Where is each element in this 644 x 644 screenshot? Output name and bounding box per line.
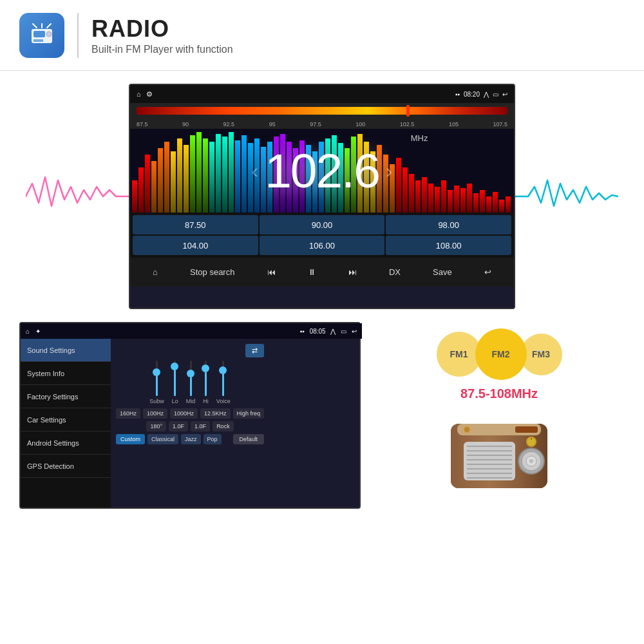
eq-label-voice: Voice	[216, 398, 231, 404]
svg-rect-75	[464, 442, 515, 480]
svg-rect-12	[158, 148, 163, 213]
eq-slider-mid-track[interactable]	[190, 361, 192, 396]
val-btn-10f-1[interactable]: 1.0F	[169, 421, 188, 431]
val-btn-rock[interactable]: Rock	[213, 421, 234, 431]
freq-label-95: 95	[269, 121, 276, 128]
freq-btn-160hz[interactable]: 160Hz	[116, 408, 140, 419]
svg-rect-16	[184, 145, 189, 213]
eq-slider-mid-fill	[190, 377, 192, 396]
svg-rect-65	[499, 200, 504, 213]
save-btn[interactable]: Save	[433, 267, 452, 277]
settings-content-area: ⇄ Subw	[111, 339, 269, 507]
stop-search-btn[interactable]: Stop search	[190, 267, 234, 277]
dx-btn[interactable]: DX	[389, 267, 401, 277]
eq-toggle-btn[interactable]: ⇄	[245, 344, 264, 357]
frequency-bar[interactable]: 87.5 90 92.5 95 97.5 100 102.5 105 107.5	[130, 103, 514, 129]
radio-screen-container: ⌂ ⚙ ▪▪ 08:20 ⋀ ▭ ↩ 87.5 90 92.5	[19, 84, 625, 309]
freq-label-925: 92.5	[223, 121, 235, 128]
sidebar-item-car-settings[interactable]: Car Settings	[21, 408, 111, 431]
page-title: RADIO	[91, 15, 233, 43]
freq-btn-1000hz[interactable]: 1000Hz	[170, 408, 198, 419]
sidebar-item-gps-detection[interactable]: GPS Detection	[21, 455, 111, 478]
home-icon-settings: ⌂	[26, 328, 30, 335]
svg-rect-60	[467, 184, 472, 213]
svg-rect-61	[473, 193, 478, 213]
eq-value-buttons: 180° 1.0F 1.0F Rock	[116, 421, 264, 431]
default-btn[interactable]: Default	[233, 434, 265, 444]
eq-sliders-container: Subw Lo	[116, 361, 264, 404]
home-icon: ⌂	[137, 90, 141, 98]
status-bar-left: ⌂ ⚙	[137, 90, 153, 99]
preset-1[interactable]: 87.50	[133, 215, 258, 234]
eq-slider-mid-thumb[interactable]	[187, 370, 194, 377]
svg-rect-50	[402, 167, 408, 213]
header: RADIO Built-in FM Player with function	[0, 0, 644, 71]
svg-rect-11	[151, 161, 156, 213]
svg-rect-55	[435, 187, 440, 213]
signal-settings: ▪▪	[300, 328, 305, 335]
svg-rect-10	[145, 155, 150, 213]
main-content: ⌂ ⚙ ▪▪ 08:20 ⋀ ▭ ↩ 87.5 90 92.5	[0, 71, 644, 522]
eq-label-hi: Hi	[203, 398, 209, 404]
freq-btn-100hz[interactable]: 100Hz	[143, 408, 167, 419]
preset-6[interactable]: 108.00	[386, 236, 511, 255]
preset-btn-jazz[interactable]: Jazz	[181, 434, 201, 444]
preset-5[interactable]: 106.00	[260, 236, 385, 255]
svg-rect-19	[203, 138, 208, 213]
next-arrow-icon: ›	[386, 159, 393, 183]
pause-btn[interactable]: ⏸	[308, 267, 316, 277]
eq-freq-buttons: 160Hz 100Hz 1000Hz 12.5KHz High freq	[116, 408, 264, 419]
back-settings: ↩	[352, 328, 357, 335]
eq-preset-row: Custom Classical Jazz Pop Default	[116, 434, 264, 444]
val-btn-180[interactable]: 180°	[146, 421, 166, 431]
back-control-btn[interactable]: ↩	[484, 267, 491, 277]
svg-rect-8	[132, 180, 137, 213]
header-text-block: RADIO Built-in FM Player with function	[91, 15, 233, 55]
preset-4[interactable]: 104.00	[133, 236, 258, 255]
preset-btn-custom[interactable]: Custom	[116, 434, 145, 444]
eq-slider-lo-track[interactable]	[174, 361, 176, 396]
sidebar-item-android-settings[interactable]: Android Settings	[21, 431, 111, 455]
settings-sidebar: Sound Settings System Info Factory Setti…	[21, 339, 111, 507]
eq-slider-hi-thumb[interactable]	[202, 365, 209, 372]
sidebar-item-system-info[interactable]: System Info	[21, 362, 111, 385]
minimize-icon: ▭	[493, 91, 498, 98]
preset-btn-pop[interactable]: Pop	[204, 434, 222, 444]
eq-slider-voice-thumb[interactable]	[219, 366, 227, 374]
next-btn[interactable]: ⏭	[348, 267, 357, 277]
svg-rect-56	[441, 180, 446, 213]
svg-rect-17	[190, 135, 195, 213]
freq-label-100: 100	[355, 121, 365, 128]
back-icon: ↩	[502, 91, 507, 98]
sidebar-item-sound-settings[interactable]: Sound Settings	[21, 339, 111, 362]
svg-point-5	[46, 32, 52, 37]
eq-slider-hi-track[interactable]	[205, 361, 207, 396]
preset-btn-classical[interactable]: Classical	[147, 434, 178, 444]
eq-channel-mid: Mid	[186, 361, 196, 404]
wave-left	[26, 164, 129, 229]
expand-settings: ⋀	[330, 328, 336, 335]
svg-rect-23	[229, 132, 234, 213]
eq-slider-voice-track[interactable]	[222, 361, 224, 396]
status-bar-right: ▪▪ 08:20 ⋀ ▭ ↩	[455, 91, 507, 98]
frequency-value: 102.6	[265, 143, 379, 198]
settings-time: 08:05	[310, 328, 326, 335]
status-bar-top: ⌂ ⚙ ▪▪ 08:20 ⋀ ▭ ↩	[130, 85, 514, 103]
home-control-btn[interactable]: ⌂	[153, 267, 158, 277]
freq-btn-125khz[interactable]: 12.5KHz	[200, 408, 231, 419]
settings-status-right: ▪▪ 08:05 ⋀ ▭ ↩	[300, 328, 357, 335]
wave-right	[515, 164, 618, 229]
eq-slider-voice-fill	[222, 373, 224, 396]
eq-slider-subw-track[interactable]	[156, 361, 158, 396]
eq-slider-subw-thumb[interactable]	[153, 368, 160, 376]
settings-screen: ⌂ ✦ ▪▪ 08:05 ⋀ ▭ ↩ Sound Settings System…	[19, 322, 361, 509]
eq-slider-lo-thumb[interactable]	[171, 363, 178, 370]
preset-3[interactable]: 98.00	[386, 215, 511, 234]
eq-label-lo: Lo	[172, 398, 178, 404]
val-btn-10f-2[interactable]: 1.0F	[191, 421, 210, 431]
preset-2[interactable]: 90.00	[260, 215, 385, 234]
page-subtitle: Built-in FM Player with function	[91, 44, 233, 55]
sidebar-item-factory-settings[interactable]: Factory Settings	[21, 385, 111, 408]
prev-btn[interactable]: ⏮	[267, 267, 276, 277]
freq-btn-highfreq[interactable]: High freq	[233, 408, 265, 419]
